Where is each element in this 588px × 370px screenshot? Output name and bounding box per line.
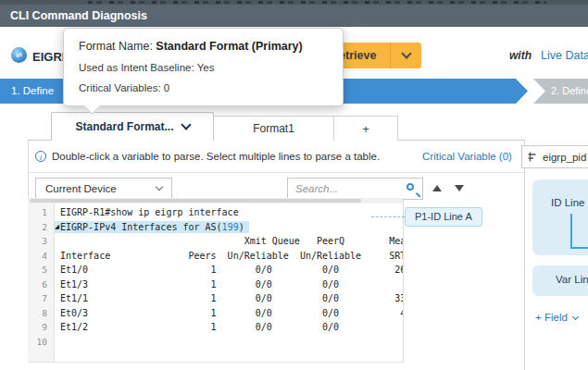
id-line-node[interactable]: ID Line xyxy=(532,179,588,255)
var-line-node[interactable]: Var Line xyxy=(532,265,588,296)
code-line[interactable]: 1EIGRP-R1#show ip eigrp interface xyxy=(28,205,403,220)
code-text[interactable]: Et1/2 1 0/0 0/0 95 xyxy=(60,322,404,332)
window-title: CLI Command Diagnosis xyxy=(0,5,588,27)
device-selector-dropdown[interactable]: Current Device xyxy=(35,178,172,200)
chevron-down-icon xyxy=(156,183,163,191)
step-2-define-diagnosis[interactable]: 2. Define Diag xyxy=(533,79,588,104)
line-number: 6 xyxy=(28,279,54,290)
tab-standard-format[interactable]: Standard Format... xyxy=(51,112,214,141)
find-previous-button[interactable] xyxy=(432,185,442,191)
info-icon: i xyxy=(35,151,46,162)
code-line[interactable]: 10 xyxy=(28,335,403,350)
code-line[interactable]: 2◢EIGRP-IPv4 Interfaces for AS(199) xyxy=(28,220,403,235)
search-icon[interactable] xyxy=(407,183,414,191)
var-line-label: Var Line xyxy=(556,274,588,285)
cli-output-editor[interactable]: 1EIGRP-R1#show ip eigrp interface2◢EIGRP… xyxy=(28,198,404,363)
search-input[interactable] xyxy=(288,179,399,199)
right-panel-divider xyxy=(524,140,525,370)
variable-chip-label: eigrp_pid xyxy=(543,152,586,163)
line-number: 1 xyxy=(28,207,54,217)
tab-format1[interactable]: Format1 xyxy=(213,116,334,141)
line-number: 9 xyxy=(28,322,54,332)
info-bar-divider xyxy=(28,172,524,173)
code-text[interactable]: Et1/1 1 0/0 0/0 337 xyxy=(60,293,404,303)
find-next-button[interactable] xyxy=(455,185,464,191)
chevron-down-icon xyxy=(572,313,579,319)
code-line[interactable]: 6Et1/3 1 0/0 0/0 13 xyxy=(28,278,403,292)
horizontal-scrollbar[interactable] xyxy=(28,198,403,204)
add-field-link[interactable]: + Field xyxy=(535,312,578,323)
live-data-link[interactable]: Live Data xyxy=(541,49,588,62)
code-text[interactable]: Et0/3 1 0/0 0/0 44 xyxy=(60,308,404,318)
code-text[interactable]: Et1/3 1 0/0 0/0 13 xyxy=(60,279,404,290)
tooltip-format-name: Format Name: Standard Format (Primary) xyxy=(79,40,328,53)
with-label: with xyxy=(509,49,532,62)
tooltip-critical-variables: Critical Variables: 0 xyxy=(79,82,328,93)
code-line[interactable]: 5Et1/0 1 0/0 0/0 269 xyxy=(28,263,403,278)
chevron-down-icon xyxy=(401,48,411,58)
annotation-tag-p1-id-line-a[interactable]: P1-ID Line A xyxy=(405,207,482,227)
line-number: 7 xyxy=(28,293,54,303)
code-lines[interactable]: 1EIGRP-R1#show ip eigrp interface2◢EIGRP… xyxy=(28,205,403,349)
critical-variable-link[interactable]: Critical Variable (0) xyxy=(422,151,512,162)
line-number: 3 xyxy=(28,236,54,246)
code-text[interactable]: Et1/0 1 0/0 0/0 269 xyxy=(60,265,404,275)
line-number: 8 xyxy=(28,308,54,318)
parsed-variable[interactable]: 199 xyxy=(222,222,239,232)
retrieve-dropdown-caret[interactable] xyxy=(390,43,421,68)
tree-connector-horizontal xyxy=(570,247,588,249)
code-text[interactable]: Interface Peers Un/Reliable Un/Reliable … xyxy=(60,251,404,261)
tab-label: Standard Format... xyxy=(75,120,173,133)
code-line[interactable]: 7Et1/1 1 0/0 0/0 337 xyxy=(28,291,403,306)
device-icon: ⇄ xyxy=(11,47,27,63)
code-line[interactable]: 4Interface Peers Un/Reliable Un/Reliable… xyxy=(28,249,403,264)
code-line[interactable]: 9Et1/2 1 0/0 0/0 95 xyxy=(28,320,403,335)
line-number: 4 xyxy=(28,251,54,261)
chevron-down-icon[interactable] xyxy=(181,119,191,130)
line-number: 10 xyxy=(28,337,54,347)
variable-chip-eigrp-pid[interactable]: eigrp_pid xyxy=(521,145,588,168)
code-line[interactable]: 8Et0/3 1 0/0 0/0 44 xyxy=(28,306,403,321)
search-box[interactable] xyxy=(287,178,423,200)
variable-tree-icon xyxy=(528,152,538,162)
parse-hint-text: Double-click a variable to parse. Select… xyxy=(52,151,380,162)
add-field-label: + Field xyxy=(535,312,568,323)
device-selector-value: Current Device xyxy=(45,183,117,194)
id-line-label: ID Line xyxy=(551,197,584,208)
code-text[interactable]: Xmit Queue PeerQ Mean xyxy=(60,236,404,246)
tab-add-new[interactable]: + xyxy=(333,116,398,141)
fold-marker-icon[interactable]: ◢ xyxy=(55,224,59,230)
tree-connector-vertical xyxy=(570,214,572,248)
code-text-highlighted[interactable]: ◢EIGRP-IPv4 Interfaces for AS(199) xyxy=(54,221,249,233)
code-line[interactable]: 3 Xmit Queue PeerQ Mean xyxy=(28,234,403,249)
horizontal-scrollbar-thumb[interactable] xyxy=(30,199,361,203)
tooltip-intent-baseline: Used as Intent Baseline: Yes xyxy=(79,62,328,73)
line-number: 2 xyxy=(28,222,54,232)
code-text[interactable]: EIGRP-R1#show ip eigrp interface xyxy=(60,207,239,217)
line-number: 5 xyxy=(28,265,54,275)
annotation-connector-line xyxy=(371,216,405,217)
format-info-tooltip: Format Name: Standard Format (Primary) U… xyxy=(63,28,344,106)
